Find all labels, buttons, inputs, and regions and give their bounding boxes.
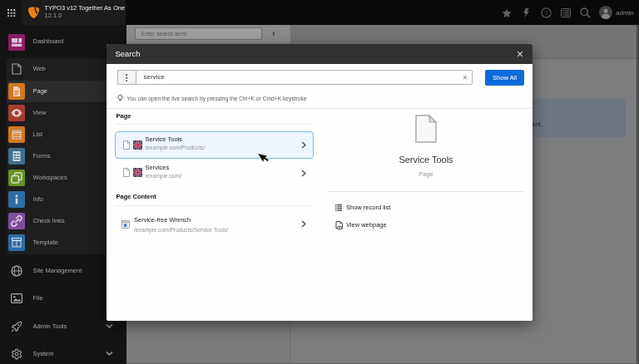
svg-text:?: ? [544,9,547,17]
